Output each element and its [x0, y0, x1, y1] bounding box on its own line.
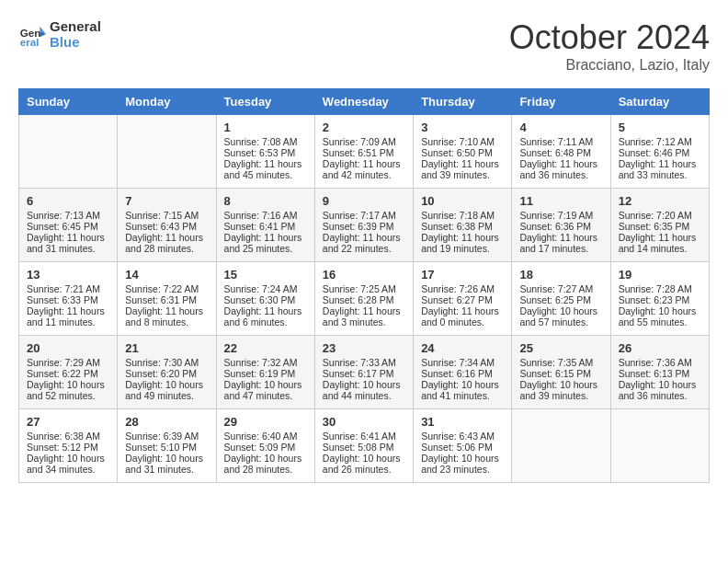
- sunset-text: Sunset: 6:53 PM: [224, 147, 307, 158]
- day-number: 27: [27, 415, 109, 429]
- day-cell: 27Sunrise: 6:38 AMSunset: 5:12 PMDayligh…: [19, 409, 118, 483]
- day-number: 1: [224, 121, 307, 134]
- daylight-text: Daylight: 11 hours and 14 minutes.: [619, 232, 701, 254]
- sunset-text: Sunset: 6:51 PM: [323, 147, 405, 158]
- location: Bracciano, Lazio, Italy: [509, 57, 710, 74]
- day-number: 7: [125, 194, 208, 208]
- sunrise-text: Sunrise: 7:15 AM: [125, 210, 208, 221]
- day-number: 11: [519, 194, 602, 208]
- sunset-text: Sunset: 6:19 PM: [224, 368, 307, 379]
- sunset-text: Sunset: 6:31 PM: [125, 294, 208, 305]
- daylight-text: Daylight: 11 hours and 22 minutes.: [323, 232, 405, 254]
- day-cell: [610, 409, 709, 483]
- sunrise-text: Sunrise: 7:19 AM: [519, 210, 602, 221]
- daylight-text: Daylight: 11 hours and 28 minutes.: [125, 232, 208, 254]
- sunset-text: Sunset: 6:13 PM: [619, 368, 701, 379]
- day-cell: [512, 409, 610, 483]
- day-number: 14: [125, 268, 208, 282]
- day-cell: 18Sunrise: 7:27 AMSunset: 6:25 PMDayligh…: [512, 262, 610, 336]
- month-title: October 2024: [509, 18, 710, 57]
- day-number: 22: [224, 341, 307, 355]
- daylight-text: Daylight: 11 hours and 11 minutes.: [27, 305, 109, 327]
- sunset-text: Sunset: 6:30 PM: [224, 294, 307, 305]
- week-row-5: 27Sunrise: 6:38 AMSunset: 5:12 PMDayligh…: [19, 409, 710, 483]
- sunset-text: Sunset: 5:12 PM: [27, 442, 109, 453]
- sunrise-text: Sunrise: 7:20 AM: [619, 210, 701, 221]
- day-cell: 16Sunrise: 7:25 AMSunset: 6:28 PMDayligh…: [314, 262, 413, 336]
- sunset-text: Sunset: 6:48 PM: [519, 147, 602, 158]
- sunset-text: Sunset: 6:15 PM: [519, 368, 602, 379]
- day-number: 29: [224, 415, 307, 429]
- day-number: 19: [619, 268, 701, 282]
- daylight-text: Daylight: 10 hours and 47 minutes.: [224, 379, 307, 401]
- daylight-text: Daylight: 10 hours and 44 minutes.: [323, 379, 405, 401]
- day-header-sunday: Sunday: [19, 89, 118, 115]
- sunset-text: Sunset: 5:09 PM: [224, 442, 307, 453]
- daylight-text: Daylight: 10 hours and 28 minutes.: [224, 453, 307, 475]
- week-row-3: 13Sunrise: 7:21 AMSunset: 6:33 PMDayligh…: [19, 262, 710, 336]
- sunset-text: Sunset: 6:25 PM: [519, 294, 602, 305]
- daylight-text: Daylight: 10 hours and 34 minutes.: [27, 453, 109, 475]
- svg-text:eral: eral: [20, 37, 40, 49]
- sunrise-text: Sunrise: 7:27 AM: [519, 283, 602, 294]
- sunrise-text: Sunrise: 7:10 AM: [421, 136, 504, 147]
- week-row-2: 6Sunrise: 7:13 AMSunset: 6:45 PMDaylight…: [19, 189, 710, 262]
- day-cell: [19, 115, 118, 189]
- sunrise-text: Sunrise: 7:17 AM: [323, 210, 405, 221]
- sunrise-text: Sunrise: 7:30 AM: [125, 357, 208, 368]
- day-cell: 7Sunrise: 7:15 AMSunset: 6:43 PMDaylight…: [118, 189, 216, 262]
- daylight-text: Daylight: 10 hours and 55 minutes.: [619, 305, 701, 327]
- day-number: 6: [27, 194, 109, 208]
- day-number: 25: [519, 341, 602, 355]
- day-number: 26: [619, 341, 701, 355]
- sunrise-text: Sunrise: 7:09 AM: [323, 136, 405, 147]
- sunset-text: Sunset: 6:43 PM: [125, 221, 208, 232]
- daylight-text: Daylight: 11 hours and 31 minutes.: [27, 232, 109, 254]
- sunrise-text: Sunrise: 6:43 AM: [421, 431, 504, 442]
- day-cell: 13Sunrise: 7:21 AMSunset: 6:33 PMDayligh…: [19, 262, 118, 336]
- sunset-text: Sunset: 6:33 PM: [27, 294, 109, 305]
- daylight-text: Daylight: 11 hours and 39 minutes.: [421, 158, 504, 180]
- sunset-text: Sunset: 5:08 PM: [323, 442, 405, 453]
- sunset-text: Sunset: 6:17 PM: [323, 368, 405, 379]
- header-row: SundayMondayTuesdayWednesdayThursdayFrid…: [19, 89, 710, 115]
- sunrise-text: Sunrise: 7:33 AM: [323, 357, 405, 368]
- sunrise-text: Sunrise: 7:26 AM: [421, 283, 504, 294]
- week-row-1: 1Sunrise: 7:08 AMSunset: 6:53 PMDaylight…: [19, 115, 710, 189]
- day-cell: 28Sunrise: 6:39 AMSunset: 5:10 PMDayligh…: [118, 409, 216, 483]
- sunrise-text: Sunrise: 7:32 AM: [224, 357, 307, 368]
- day-cell: 14Sunrise: 7:22 AMSunset: 6:31 PMDayligh…: [118, 262, 216, 336]
- day-cell: 30Sunrise: 6:41 AMSunset: 5:08 PMDayligh…: [314, 409, 413, 483]
- day-cell: 25Sunrise: 7:35 AMSunset: 6:15 PMDayligh…: [512, 336, 610, 409]
- sunrise-text: Sunrise: 6:41 AM: [323, 431, 405, 442]
- daylight-text: Daylight: 11 hours and 6 minutes.: [224, 305, 307, 327]
- day-number: 16: [323, 268, 405, 282]
- day-number: 3: [421, 121, 504, 134]
- sunrise-text: Sunrise: 7:12 AM: [619, 136, 701, 147]
- day-cell: 12Sunrise: 7:20 AMSunset: 6:35 PMDayligh…: [610, 189, 709, 262]
- day-header-monday: Monday: [118, 89, 216, 115]
- page-header: Gen eral GeneralBlue October 2024 Bracci…: [18, 18, 710, 74]
- daylight-text: Daylight: 10 hours and 41 minutes.: [421, 379, 504, 401]
- logo-text: GeneralBlue: [50, 18, 101, 51]
- week-row-4: 20Sunrise: 7:29 AMSunset: 6:22 PMDayligh…: [19, 336, 710, 409]
- day-cell: 2Sunrise: 7:09 AMSunset: 6:51 PMDaylight…: [314, 115, 413, 189]
- day-cell: [118, 115, 216, 189]
- sunrise-text: Sunrise: 6:39 AM: [125, 431, 208, 442]
- logo-icon: Gen eral: [18, 20, 46, 48]
- daylight-text: Daylight: 11 hours and 42 minutes.: [323, 158, 405, 180]
- title-block: October 2024 Bracciano, Lazio, Italy: [509, 18, 710, 74]
- daylight-text: Daylight: 11 hours and 17 minutes.: [519, 232, 602, 254]
- day-number: 18: [519, 268, 602, 282]
- day-cell: 31Sunrise: 6:43 AMSunset: 5:06 PMDayligh…: [414, 409, 512, 483]
- day-number: 5: [619, 121, 701, 134]
- day-number: 30: [323, 415, 405, 429]
- day-cell: 10Sunrise: 7:18 AMSunset: 6:38 PMDayligh…: [414, 189, 512, 262]
- day-number: 21: [125, 341, 208, 355]
- day-cell: 26Sunrise: 7:36 AMSunset: 6:13 PMDayligh…: [610, 336, 709, 409]
- sunset-text: Sunset: 6:28 PM: [323, 294, 405, 305]
- day-header-tuesday: Tuesday: [216, 89, 314, 115]
- day-number: 24: [421, 341, 504, 355]
- sunrise-text: Sunrise: 7:08 AM: [224, 136, 307, 147]
- day-number: 28: [125, 415, 208, 429]
